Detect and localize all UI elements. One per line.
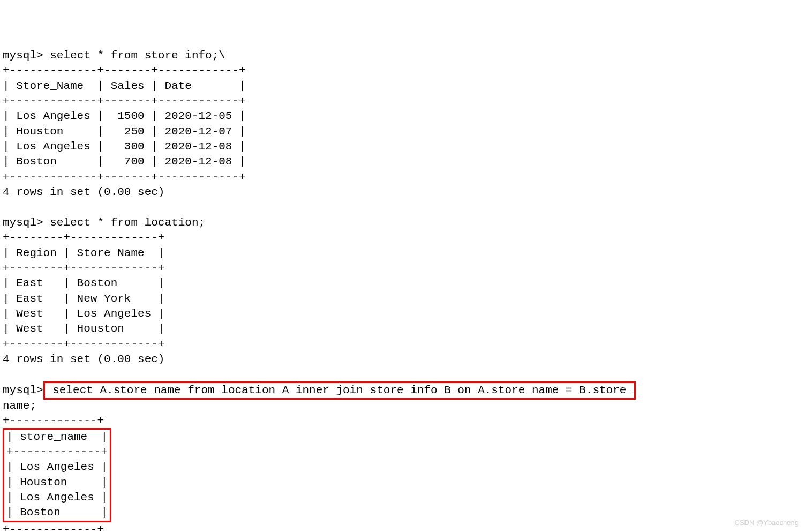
table-border: +-------------+ [3,415,104,427]
table-border: +--------+-------------+ [3,231,164,244]
table-row: | Los Angeles | 300 | 2020-12-08 | [3,140,246,153]
table-border: +-------------+-------+------------+ [3,171,246,183]
table-border: +--------+-------------+ [3,262,164,274]
prompt: mysql> select * from store_info;\ [3,49,225,62]
table-header: | Region | Store_Name | [3,247,164,259]
prompt: mysql> [3,384,43,396]
highlighted-result: | store_name | +-------------+ | Los Ang… [3,428,111,522]
prompt: mysql> select * from location; [3,216,205,229]
table-row: | East | Boston | [3,277,164,289]
table-header: | store_name | [6,431,108,443]
sql-query-1: select * from store_info;\ [50,49,225,62]
table-row: | Boston | 700 | 2020-12-08 | [3,155,246,168]
table-border: +-------------+ [6,446,108,458]
result-footer: 4 rows in set (0.00 sec) [3,353,164,365]
table-row: | Los Angeles | [6,461,108,473]
result-footer: 4 rows in set (0.00 sec) [3,186,164,198]
table-row: | Los Angeles | [6,491,108,504]
highlighted-sql: select A.store_name from location A inne… [43,381,636,400]
table-row: | Houston | 250 | 2020-12-07 | [3,125,246,138]
sql-continuation: name; [3,400,36,412]
table-border: +-------------+-------+------------+ [3,64,246,77]
table-row: | Boston | [6,506,108,519]
table-border: +-------------+ [3,523,104,532]
table-border: +-------------+-------+------------+ [3,95,246,107]
watermark: CSDN @Ybaocheng [735,518,799,528]
sql-query-2: select * from location; [50,216,205,229]
table-row: | East | New York | [3,293,164,305]
table-row: | West | Los Angeles | [3,308,164,320]
table-border: +--------+-------------+ [3,338,164,350]
table-header: | Store_Name | Sales | Date | [3,80,246,92]
table-row: | Los Angeles | 1500 | 2020-12-05 | [3,110,246,122]
table-row: | West | Houston | [3,323,164,335]
table-row: | Houston | [6,476,108,489]
terminal-output: mysql> select * from store_info;\ +-----… [3,48,802,532]
